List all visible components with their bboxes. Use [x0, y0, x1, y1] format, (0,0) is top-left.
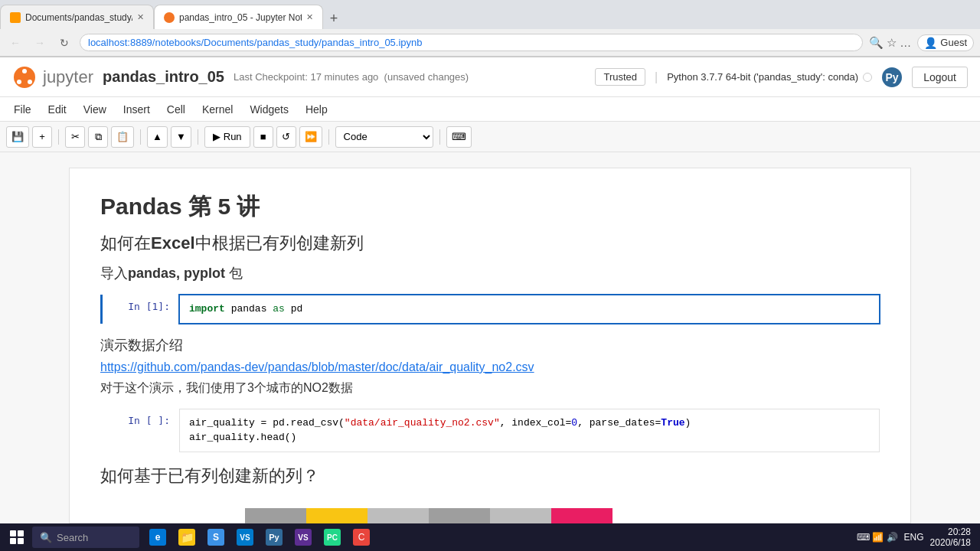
cell-2-content[interactable]: air_quality = pd.read_csv("data/air_qual…: [179, 409, 880, 452]
dataset-link[interactable]: https://github.com/pandas-dev/pandas/blo…: [100, 360, 880, 374]
user-area[interactable]: 👤 Guest: [917, 34, 974, 51]
taskbar-explorer[interactable]: 📁: [173, 523, 201, 551]
notebook-title: Pandas 第 5 讲: [100, 191, 880, 223]
search-icon: 🔍: [40, 532, 52, 543]
menu-view[interactable]: View: [76, 100, 114, 119]
jupyter-logo: jupyter: [12, 65, 93, 90]
cut-button[interactable]: ✂: [65, 126, 85, 148]
taskbar: 🔍 Search e 📁 S VS Py VS PC C ⌨ 📶 🔊 ENG: [0, 523, 980, 551]
checkpoint-text: Last Checkpoint: 17 minutes ago: [234, 71, 378, 83]
taskbar-pycharm[interactable]: PC: [318, 523, 346, 551]
notebook-subtitle: 如何在Excel中根据已有列创建新列: [100, 232, 880, 255]
more-icon[interactable]: …: [900, 36, 911, 49]
paste-button[interactable]: 📋: [111, 126, 134, 148]
taskbar-vs[interactable]: VS: [289, 523, 317, 551]
keyword-import: import: [189, 303, 225, 315]
tab-bar: Documents/pandas_study/ ✕ pandas_intro_0…: [0, 0, 980, 29]
code-cell-2[interactable]: In [ ]: air_quality = pd.read_csv("data/…: [100, 409, 880, 452]
menu-kernel[interactable]: Kernel: [194, 100, 240, 119]
trusted-button[interactable]: Trusted: [595, 68, 645, 86]
move-down-button[interactable]: ▼: [171, 126, 191, 148]
add-cell-button[interactable]: +: [32, 126, 52, 148]
section2-heading: 演示数据介绍: [100, 336, 880, 354]
keyboard-button[interactable]: ⌨: [446, 126, 472, 148]
forward-button[interactable]: →: [31, 34, 49, 52]
python-icon: Py: [266, 529, 283, 546]
python-logo-icon: Py: [881, 67, 903, 88]
taskbar-chrome[interactable]: C: [348, 523, 375, 551]
tab-1-label: Documents/pandas_study/: [25, 12, 132, 23]
vscode-icon: VS: [237, 529, 253, 546]
stop-button[interactable]: ■: [253, 126, 273, 148]
save-button[interactable]: 💾: [6, 126, 29, 148]
toolbar-separator-3: [198, 129, 198, 145]
start-button[interactable]: [3, 523, 31, 551]
copy-button[interactable]: ⧉: [88, 126, 108, 148]
windows-logo-icon: [10, 530, 24, 544]
pycharm-icon: PC: [324, 529, 341, 546]
preview-seg-1: [245, 508, 306, 523]
preview-seg-5: [490, 508, 551, 523]
section1-heading: 导入pandas, pyplot 包: [100, 264, 880, 282]
cell-type-select[interactable]: Code Markdown Raw NBConvert: [335, 126, 433, 148]
restart-run-button[interactable]: ⏩: [299, 126, 322, 148]
search-label: Search: [57, 532, 88, 543]
cell-2-line-2: air_quality.head(): [189, 430, 870, 445]
taskbar-edge[interactable]: e: [144, 523, 172, 551]
toolbar-separator-5: [439, 129, 440, 145]
taskbar-python[interactable]: Py: [260, 523, 288, 551]
unsaved-text: (unsaved changes): [384, 71, 469, 83]
menu-file[interactable]: File: [6, 100, 39, 119]
move-up-button[interactable]: ▲: [147, 126, 168, 148]
jupyter-logo-icon: [12, 65, 37, 90]
kernel-text: Python 3.7.7 64-bit ('pandas_study': con…: [667, 71, 858, 83]
tab-2-favicon: [164, 12, 175, 23]
menu-cell[interactable]: Cell: [159, 100, 193, 119]
menu-insert[interactable]: Insert: [116, 100, 158, 119]
url-text: localhost:8889/notebooks/Documents/panda…: [88, 37, 423, 48]
tab-2[interactable]: pandas_intro_05 - Jupyter Note... ✕: [154, 5, 323, 29]
tab-2-close[interactable]: ✕: [306, 12, 313, 22]
back-button[interactable]: ←: [6, 34, 24, 52]
store-icon: S: [207, 529, 224, 546]
jupyter-header: jupyter pandas_intro_05 Last Checkpoint:…: [0, 57, 980, 97]
run-button[interactable]: ▶ Run: [204, 126, 250, 148]
cell-1-content[interactable]: import pandas as pd: [179, 295, 880, 324]
kernel-status-icon: [863, 73, 872, 82]
notebook-area: Pandas 第 5 讲 如何在Excel中根据已有列创建新列 导入pandas…: [69, 168, 911, 523]
sys-tray-icons: ⌨ 📶 🔊: [857, 532, 898, 543]
star-icon[interactable]: ☆: [887, 36, 897, 50]
search-area[interactable]: 🔍 Search: [32, 527, 139, 548]
kernel-info: Python 3.7.7 64-bit ('pandas_study': con…: [667, 71, 872, 83]
new-tab-button[interactable]: +: [323, 8, 345, 29]
user-icon: 👤: [924, 37, 937, 49]
preview-seg-2: [306, 508, 368, 523]
clock: 20:28 2020/6/18: [930, 527, 971, 548]
checkpoint-info: Last Checkpoint: 17 minutes ago (unsaved…: [234, 71, 469, 83]
explorer-icon: 📁: [178, 529, 195, 546]
notebook-name[interactable]: pandas_intro_05: [103, 68, 224, 86]
user-label: Guest: [940, 37, 967, 48]
refresh-button[interactable]: ↻: [55, 34, 74, 52]
code-pd: pd: [291, 303, 303, 315]
taskbar-vscode[interactable]: VS: [231, 523, 259, 551]
preview-bar: [245, 508, 980, 523]
preview-seg-3: [368, 508, 429, 523]
tab-1-close[interactable]: ✕: [137, 12, 144, 22]
tab-1[interactable]: Documents/pandas_study/ ✕: [0, 5, 154, 29]
logout-button[interactable]: Logout: [912, 67, 968, 88]
preview-seg-4: [429, 508, 490, 523]
cell-2-prompt: In [ ]:: [103, 409, 179, 452]
code-pandas: pandas: [231, 303, 273, 315]
menu-help[interactable]: Help: [298, 100, 335, 119]
code-cell-1[interactable]: In [1]: import pandas as pd: [100, 295, 880, 324]
menu-edit[interactable]: Edit: [41, 100, 74, 119]
preview-seg-6: [551, 508, 612, 523]
svg-text:Py: Py: [886, 71, 899, 83]
restart-button[interactable]: ↺: [276, 126, 296, 148]
taskbar-store[interactable]: S: [202, 523, 230, 551]
svg-point-1: [22, 69, 27, 73]
url-bar[interactable]: localhost:8889/notebooks/Documents/panda…: [80, 34, 863, 51]
keyword-as: as: [273, 303, 285, 315]
menu-widgets[interactable]: Widgets: [242, 100, 296, 119]
